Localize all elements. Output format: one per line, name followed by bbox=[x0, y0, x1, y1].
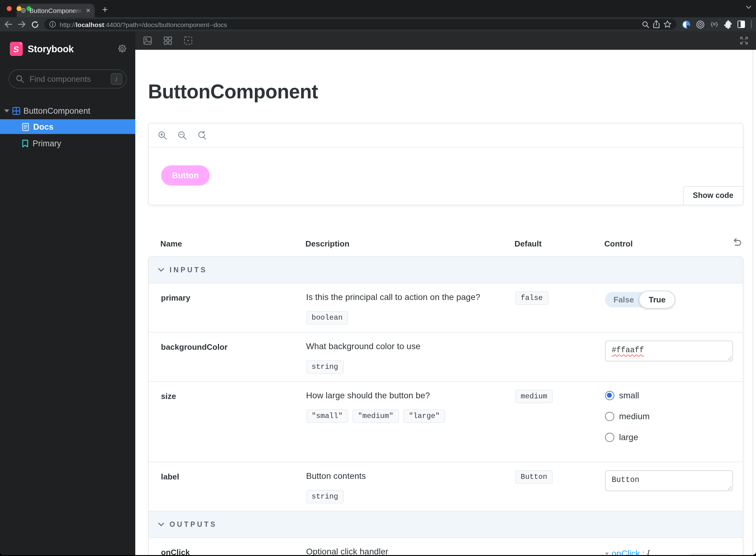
preview-zoom-toolbar bbox=[149, 124, 743, 147]
arg-description: Button contents bbox=[306, 470, 515, 481]
side-panel-icon[interactable] bbox=[737, 20, 746, 28]
share-icon[interactable] bbox=[653, 20, 660, 28]
outline-measure-icon[interactable] bbox=[184, 36, 193, 45]
arg-row-label: label Button contents string Button Butt… bbox=[149, 462, 743, 511]
primary-label: Primary bbox=[33, 139, 61, 148]
fullscreen-expand-icon[interactable] bbox=[740, 36, 748, 45]
radio-option-small[interactable]: small bbox=[605, 390, 730, 400]
canvas-image-tool-icon[interactable] bbox=[143, 36, 152, 45]
section-inputs[interactable]: INPUTS bbox=[149, 257, 743, 283]
radio-label: medium bbox=[619, 411, 650, 421]
sidebar-brand-row: S Storybook bbox=[10, 42, 127, 56]
radio-option-large[interactable]: large bbox=[605, 432, 730, 442]
col-header-description: Description bbox=[306, 239, 515, 248]
tab-list-chevron-icon[interactable] bbox=[746, 5, 751, 9]
close-window-button[interactable] bbox=[7, 6, 12, 11]
search-box[interactable]: / bbox=[9, 69, 127, 89]
args-table: INPUTS primary Is this the principal cal… bbox=[148, 256, 744, 555]
arg-type-option-chip: "medium" bbox=[352, 409, 399, 423]
extension-password-icon[interactable] bbox=[682, 20, 690, 29]
zoom-reset-icon[interactable] bbox=[197, 131, 207, 140]
bookmark-star-icon[interactable] bbox=[663, 20, 672, 28]
arg-description: Is this the principal call to action on … bbox=[306, 291, 515, 303]
minimize-window-button[interactable] bbox=[16, 6, 22, 11]
arg-name: backgroundColor bbox=[161, 341, 306, 374]
col-header-default: Default bbox=[515, 239, 605, 248]
chevron-down-icon bbox=[158, 268, 164, 272]
url-path: :4400/?path=/docs/buttoncomponent--docs bbox=[104, 21, 227, 28]
zoom-page-icon[interactable] bbox=[642, 21, 649, 28]
sidebar-tree: ButtonComponent Docs Primary bbox=[0, 104, 135, 150]
search-shortcut-key: / bbox=[111, 73, 123, 85]
radio-icon[interactable] bbox=[605, 412, 614, 421]
arg-name: size bbox=[161, 390, 306, 454]
tree-key[interactable]: onClick : bbox=[612, 548, 645, 555]
arg-name: label bbox=[161, 470, 306, 503]
sidebar-item-buttoncomponent[interactable]: ButtonComponent bbox=[0, 104, 135, 117]
arg-row-primary: primary Is this the principal call to ac… bbox=[149, 283, 743, 332]
toggle-false-option[interactable]: False bbox=[605, 292, 639, 307]
reset-controls-icon[interactable] bbox=[732, 238, 742, 247]
docs-scroll-area[interactable]: ButtonComponent bbox=[135, 50, 756, 555]
site-info-icon[interactable] bbox=[49, 21, 56, 28]
address-bar[interactable]: http://localhost:4400/?path=/docs/button… bbox=[44, 19, 676, 30]
zoom-out-icon[interactable] bbox=[178, 131, 187, 140]
extension-badge[interactable]: {≡} bbox=[710, 21, 718, 27]
browser-window: ButtonComponent - Docs · Sto × + http://… bbox=[0, 0, 756, 555]
arg-row-backgroundcolor: backgroundColor What background color to… bbox=[149, 332, 743, 381]
show-code-button[interactable]: Show code bbox=[683, 186, 743, 205]
col-header-name: Name bbox=[161, 239, 306, 248]
toggle-true-option[interactable]: True bbox=[639, 291, 676, 309]
search-input[interactable] bbox=[28, 74, 106, 84]
arg-type-option-chip: "small" bbox=[306, 409, 348, 423]
canvas-toolbar bbox=[135, 31, 756, 50]
radio-label: large bbox=[619, 432, 638, 442]
onclick-object-tree[interactable]: onClick : { isAction : true } bbox=[605, 546, 730, 555]
backgroundcolor-input[interactable]: #ffaaff bbox=[605, 341, 733, 361]
zoom-in-icon[interactable] bbox=[158, 131, 167, 140]
new-tab-button[interactable]: + bbox=[102, 5, 108, 15]
resize-handle[interactable] bbox=[726, 355, 732, 360]
arg-row-onclick: onClick Optional click handler EventEmit… bbox=[149, 537, 743, 555]
radio-option-medium[interactable]: medium bbox=[605, 411, 730, 421]
preview-button[interactable]: Button bbox=[161, 165, 210, 186]
arg-default-chip: medium bbox=[515, 390, 553, 403]
boolean-toggle[interactable]: False True bbox=[605, 292, 675, 307]
expander-caret-icon[interactable] bbox=[4, 109, 9, 112]
story-preview-card: Button Show code bbox=[148, 123, 744, 205]
profile-avatar[interactable] bbox=[751, 20, 752, 29]
back-button-icon[interactable] bbox=[4, 21, 12, 28]
sidebar-item-primary[interactable]: Primary bbox=[0, 136, 135, 150]
page-scrollbar[interactable] bbox=[752, 50, 756, 555]
extensions-puzzle-icon[interactable] bbox=[723, 20, 732, 29]
story-bookmark-icon bbox=[22, 139, 28, 147]
tree-caret-icon[interactable] bbox=[605, 553, 609, 555]
browser-toolbar: http://localhost:4400/?path=/docs/button… bbox=[0, 17, 756, 31]
window-controls bbox=[7, 6, 31, 11]
page-title: ButtonComponent bbox=[148, 81, 744, 102]
backgroundcolor-value: #ffaaff bbox=[612, 346, 644, 355]
radio-icon[interactable] bbox=[605, 432, 614, 442]
label-input[interactable]: Button bbox=[605, 470, 733, 491]
section-outputs[interactable]: OUTPUTS bbox=[149, 511, 743, 537]
story-canvas: Button bbox=[149, 147, 743, 186]
storybook-logo-icon: S bbox=[10, 42, 23, 56]
forward-button-icon[interactable] bbox=[18, 21, 26, 28]
component-label: ButtonComponent bbox=[23, 106, 91, 115]
arg-type-chip: string bbox=[306, 360, 344, 374]
radio-icon[interactable] bbox=[605, 391, 614, 400]
arg-type-chip: string bbox=[306, 490, 344, 503]
arg-row-size: size How large should the button be? "sm… bbox=[149, 381, 743, 462]
raw-toggle-button[interactable]: RAW bbox=[690, 554, 729, 555]
sidebar-item-docs[interactable]: Docs bbox=[0, 119, 135, 134]
component-grid-icon bbox=[12, 107, 20, 115]
tab-title: ButtonComponent - Docs · Sto bbox=[30, 7, 82, 14]
arg-default-chip: Button bbox=[515, 470, 553, 484]
reload-button-icon[interactable] bbox=[31, 21, 39, 28]
tree-open-brace: { bbox=[647, 548, 650, 555]
gear-icon[interactable] bbox=[117, 44, 127, 54]
grid-view-icon[interactable] bbox=[164, 36, 172, 45]
resize-handle[interactable] bbox=[726, 484, 732, 490]
tab-close-icon[interactable]: × bbox=[86, 7, 91, 14]
extension-target-icon[interactable] bbox=[696, 20, 705, 29]
